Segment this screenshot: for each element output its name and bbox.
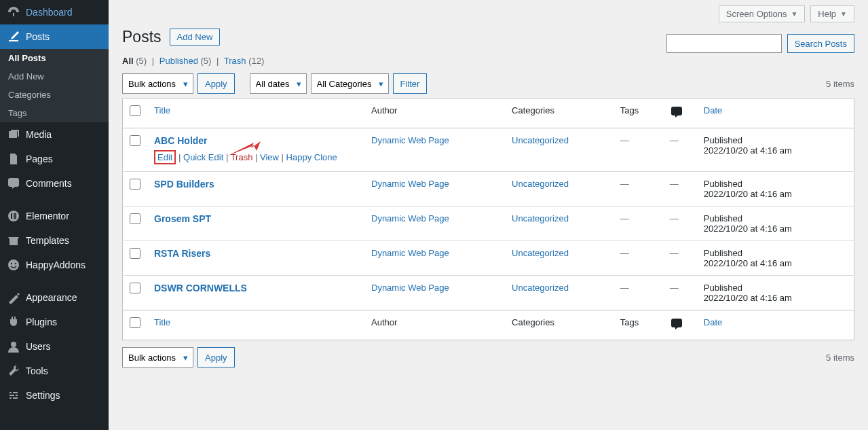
filter-button[interactable]: Filter bbox=[393, 73, 428, 94]
table-row: SPD Builders Dynamic Web Page Uncategori… bbox=[123, 172, 854, 207]
comments-cell: — bbox=[670, 283, 679, 293]
page-title: Posts bbox=[122, 28, 162, 46]
table-row: RSTA Risers Dynamic Web Page Uncategoriz… bbox=[123, 241, 854, 276]
comments-cell: — bbox=[670, 179, 679, 189]
col-title[interactable]: Title bbox=[154, 317, 170, 327]
pages-icon bbox=[7, 152, 20, 166]
sidebar-item-media[interactable]: Media bbox=[0, 122, 109, 147]
row-checkbox[interactable] bbox=[130, 213, 140, 224]
category-link[interactable]: Uncategorized bbox=[512, 283, 569, 293]
svg-point-8 bbox=[11, 342, 16, 347]
col-tags: Tags bbox=[614, 310, 663, 340]
col-title[interactable]: Title bbox=[154, 105, 170, 115]
filter-published[interactable]: Published bbox=[159, 56, 198, 66]
row-checkbox[interactable] bbox=[130, 283, 140, 293]
elementor-icon bbox=[7, 209, 20, 223]
dashboard-icon bbox=[7, 5, 20, 19]
select-all-checkbox[interactable] bbox=[130, 105, 140, 116]
sidebar-item-label: Posts bbox=[26, 31, 50, 42]
author-link[interactable]: Dynamic Web Page bbox=[371, 283, 449, 293]
sidebar-item-plugins[interactable]: Plugins bbox=[0, 310, 109, 334]
sidebar-item-elementor[interactable]: Elementor bbox=[0, 204, 109, 228]
col-author: Author bbox=[364, 310, 505, 340]
category-link[interactable]: Uncategorized bbox=[512, 135, 569, 145]
svg-rect-4 bbox=[14, 217, 16, 219]
row-checkbox[interactable] bbox=[130, 135, 140, 146]
table-row: ABC Holder Edit | Quick Edit | Trash | V… bbox=[123, 128, 854, 172]
sidebar-sub-categories[interactable]: Categories bbox=[0, 86, 109, 104]
sidebar-sub-all-posts[interactable]: All Posts bbox=[0, 49, 109, 67]
bulk-actions-select-bottom[interactable]: Bulk actions bbox=[122, 347, 193, 368]
apply-bulk-button-bottom[interactable]: Apply bbox=[197, 347, 235, 368]
items-count-bottom: 5 items bbox=[826, 353, 854, 363]
date-cell: Published 2022/10/20 at 4:16 am bbox=[697, 128, 854, 172]
comments-cell: — bbox=[670, 213, 679, 223]
post-status-filter: All (5) | Published (5) | Trash (12) bbox=[122, 56, 264, 66]
screen-options-button[interactable]: Screen Options▼ bbox=[719, 5, 806, 22]
filter-all[interactable]: All bbox=[122, 56, 134, 66]
col-tags: Tags bbox=[614, 98, 663, 128]
post-title-link[interactable]: SPD Builders bbox=[154, 179, 214, 190]
apply-bulk-button[interactable]: Apply bbox=[197, 73, 235, 94]
author-link[interactable]: Dynamic Web Page bbox=[371, 248, 449, 258]
sidebar-item-label: Dashboard bbox=[26, 7, 73, 18]
col-author: Author bbox=[364, 98, 505, 128]
category-filter-select[interactable]: All Categories bbox=[311, 73, 389, 94]
main-content: Screen Options▼ Help▼ Posts Add New All … bbox=[109, 0, 868, 430]
date-filter-select[interactable]: All dates bbox=[250, 73, 307, 94]
svg-point-7 bbox=[15, 263, 16, 264]
table-row: DSWR CORNWELLS Dynamic Web Page Uncatego… bbox=[123, 276, 854, 310]
quick-edit-link[interactable]: Quick Edit bbox=[183, 152, 223, 162]
date-cell: Published 2022/10/20 at 4:16 am bbox=[697, 172, 854, 207]
author-link[interactable]: Dynamic Web Page bbox=[371, 179, 449, 189]
comments-cell: — bbox=[670, 248, 679, 258]
happy-clone-link[interactable]: Happy Clone bbox=[286, 152, 337, 162]
filter-trash[interactable]: Trash bbox=[224, 56, 246, 66]
sidebar-item-label: Elementor bbox=[26, 211, 69, 221]
help-button[interactable]: Help▼ bbox=[810, 5, 854, 22]
search-input[interactable] bbox=[666, 34, 782, 53]
category-link[interactable]: Uncategorized bbox=[512, 248, 569, 258]
category-link[interactable]: Uncategorized bbox=[512, 213, 569, 223]
sidebar-sub-add-new[interactable]: Add New bbox=[0, 67, 109, 86]
edit-link[interactable]: Edit bbox=[157, 152, 172, 162]
add-new-button[interactable]: Add New bbox=[170, 29, 221, 46]
sidebar-item-users[interactable]: Users bbox=[0, 334, 109, 359]
sidebar-item-label: Templates bbox=[26, 235, 69, 246]
author-link[interactable]: Dynamic Web Page bbox=[371, 135, 449, 145]
category-link[interactable]: Uncategorized bbox=[512, 179, 569, 189]
col-date[interactable]: Date bbox=[704, 317, 722, 327]
post-title-link[interactable]: Grosem SPT bbox=[154, 213, 211, 224]
col-date[interactable]: Date bbox=[704, 105, 722, 115]
sidebar-item-happyaddons[interactable]: HappyAddons bbox=[0, 253, 109, 277]
select-all-checkbox-bottom[interactable] bbox=[130, 317, 140, 328]
media-icon bbox=[7, 128, 20, 141]
sidebar-item-label: HappyAddons bbox=[26, 259, 86, 270]
sidebar-item-dashboard[interactable]: Dashboard bbox=[0, 0, 109, 24]
row-checkbox[interactable] bbox=[130, 248, 140, 259]
post-title-link[interactable]: DSWR CORNWELLS bbox=[154, 283, 247, 293]
sidebar-item-appearance[interactable]: Appearance bbox=[0, 285, 109, 310]
sidebar-item-pages[interactable]: Pages bbox=[0, 147, 109, 171]
row-checkbox[interactable] bbox=[130, 179, 140, 190]
sidebar-item-settings[interactable]: Settings bbox=[0, 383, 109, 408]
bulk-actions-select[interactable]: Bulk actions bbox=[122, 73, 193, 94]
sidebar-item-comments[interactable]: Comments bbox=[0, 171, 109, 196]
date-cell: Published 2022/10/20 at 4:16 am bbox=[697, 241, 854, 276]
sidebar-item-tools[interactable]: Tools bbox=[0, 359, 109, 383]
post-title-link[interactable]: RSTA Risers bbox=[154, 248, 210, 259]
templates-icon bbox=[7, 234, 20, 247]
post-title-link[interactable]: ABC Holder bbox=[154, 135, 208, 146]
sidebar-sub-tags[interactable]: Tags bbox=[0, 104, 109, 122]
chevron-down-icon: ▼ bbox=[791, 10, 797, 18]
sidebar-item-label: Users bbox=[26, 341, 51, 352]
trash-link[interactable]: Trash bbox=[231, 152, 253, 162]
sidebar-item-templates[interactable]: Templates bbox=[0, 228, 109, 253]
view-link[interactable]: View bbox=[260, 152, 279, 162]
search-posts-button[interactable]: Search Posts bbox=[787, 34, 854, 53]
posts-table: Title Author Categories Tags Date ABC Ho… bbox=[122, 98, 854, 340]
author-link[interactable]: Dynamic Web Page bbox=[371, 213, 449, 223]
svg-rect-1 bbox=[11, 213, 12, 219]
tags-cell: — bbox=[620, 283, 629, 293]
sidebar-item-posts[interactable]: Posts bbox=[0, 24, 109, 49]
